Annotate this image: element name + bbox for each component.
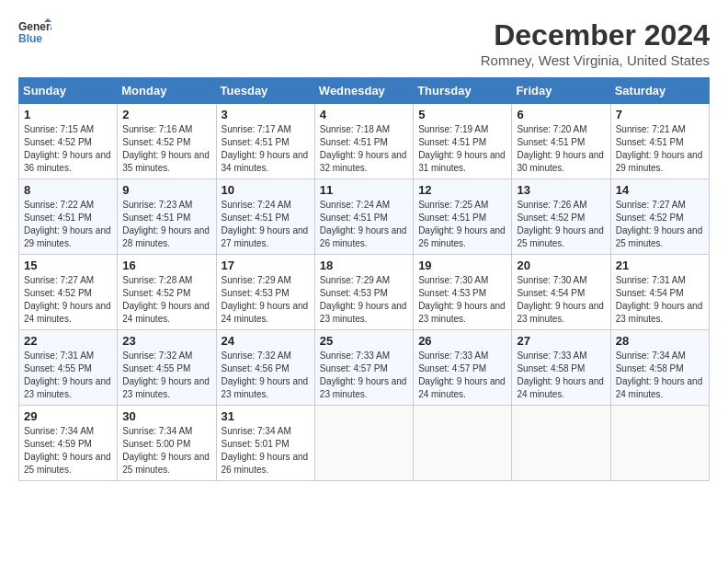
- calendar-day-cell: 26 Sunrise: 7:33 AMSunset: 4:57 PMDaylig…: [414, 330, 512, 406]
- calendar-day-cell: 30 Sunrise: 7:34 AMSunset: 5:00 PMDaylig…: [118, 406, 216, 481]
- day-number: 17: [222, 259, 310, 272]
- day-number: 25: [320, 334, 408, 348]
- day-number: 12: [418, 183, 506, 197]
- day-number: 10: [222, 183, 310, 197]
- day-number: 15: [24, 259, 112, 272]
- weekday-header: Wednesday: [314, 78, 413, 104]
- calendar-day-cell: 13 Sunrise: 7:26 AMSunset: 4:52 PMDaylig…: [512, 179, 610, 255]
- day-number: 29: [24, 409, 112, 423]
- day-info: Sunrise: 7:24 AMSunset: 4:51 PMDaylight:…: [320, 200, 407, 248]
- day-info: Sunrise: 7:16 AMSunset: 4:52 PMDaylight:…: [122, 124, 210, 173]
- calendar-day-cell: 19 Sunrise: 7:30 AMSunset: 4:53 PMDaylig…: [414, 255, 512, 330]
- day-info: Sunrise: 7:15 AMSunset: 4:52 PMDaylight:…: [24, 124, 111, 173]
- day-number: 5: [418, 108, 506, 121]
- calendar-day-cell: [414, 406, 512, 481]
- day-info: Sunrise: 7:34 AMSunset: 4:58 PMDaylight:…: [616, 350, 703, 399]
- calendar-week-row: 22 Sunrise: 7:31 AMSunset: 4:55 PMDaylig…: [19, 330, 710, 406]
- location-title: Romney, West Virginia, United States: [481, 52, 710, 68]
- day-info: Sunrise: 7:32 AMSunset: 4:55 PMDaylight:…: [122, 350, 210, 399]
- calendar-week-row: 1 Sunrise: 7:15 AMSunset: 4:52 PMDayligh…: [19, 104, 710, 179]
- calendar-day-cell: [512, 406, 610, 481]
- day-info: Sunrise: 7:19 AMSunset: 4:51 PMDaylight:…: [418, 124, 506, 173]
- day-info: Sunrise: 7:33 AMSunset: 4:57 PMDaylight:…: [320, 350, 407, 399]
- weekday-header: Monday: [118, 78, 216, 104]
- day-info: Sunrise: 7:28 AMSunset: 4:52 PMDaylight:…: [122, 275, 210, 324]
- day-info: Sunrise: 7:30 AMSunset: 4:54 PMDaylight:…: [517, 275, 604, 324]
- calendar-day-cell: 7 Sunrise: 7:21 AMSunset: 4:51 PMDayligh…: [610, 104, 709, 179]
- svg-text:Blue: Blue: [18, 32, 42, 45]
- month-title: December 2024: [481, 18, 710, 52]
- day-info: Sunrise: 7:18 AMSunset: 4:51 PMDaylight:…: [320, 124, 407, 173]
- generalblue-logo-icon: General Blue: [18, 18, 51, 46]
- day-info: Sunrise: 7:17 AMSunset: 4:51 PMDaylight:…: [222, 124, 309, 173]
- weekday-header: Friday: [512, 78, 610, 104]
- day-number: 23: [122, 334, 210, 348]
- calendar-day-cell: 28 Sunrise: 7:34 AMSunset: 4:58 PMDaylig…: [610, 330, 709, 406]
- day-info: Sunrise: 7:21 AMSunset: 4:51 PMDaylight:…: [616, 124, 703, 173]
- calendar-day-cell: 29 Sunrise: 7:34 AMSunset: 4:59 PMDaylig…: [19, 406, 118, 481]
- day-info: Sunrise: 7:29 AMSunset: 4:53 PMDaylight:…: [320, 275, 407, 324]
- day-number: 14: [616, 183, 704, 197]
- day-info: Sunrise: 7:34 AMSunset: 5:00 PMDaylight:…: [122, 426, 210, 475]
- calendar-day-cell: 11 Sunrise: 7:24 AMSunset: 4:51 PMDaylig…: [314, 179, 413, 255]
- calendar-day-cell: 3 Sunrise: 7:17 AMSunset: 4:51 PMDayligh…: [216, 104, 314, 179]
- calendar-day-cell: 22 Sunrise: 7:31 AMSunset: 4:55 PMDaylig…: [19, 330, 118, 406]
- day-number: 13: [517, 183, 605, 197]
- calendar-day-cell: 6 Sunrise: 7:20 AMSunset: 4:51 PMDayligh…: [512, 104, 610, 179]
- weekday-header: Thursday: [414, 78, 512, 104]
- day-number: 19: [418, 259, 506, 272]
- day-info: Sunrise: 7:25 AMSunset: 4:51 PMDaylight:…: [418, 200, 506, 248]
- calendar-day-cell: 17 Sunrise: 7:29 AMSunset: 4:53 PMDaylig…: [216, 255, 314, 330]
- day-number: 11: [320, 183, 408, 197]
- day-info: Sunrise: 7:31 AMSunset: 4:54 PMDaylight:…: [616, 275, 703, 324]
- day-info: Sunrise: 7:24 AMSunset: 4:51 PMDaylight:…: [222, 200, 309, 248]
- calendar-day-cell: 9 Sunrise: 7:23 AMSunset: 4:51 PMDayligh…: [118, 179, 216, 255]
- calendar-day-cell: 21 Sunrise: 7:31 AMSunset: 4:54 PMDaylig…: [610, 255, 709, 330]
- day-number: 7: [616, 108, 704, 121]
- calendar-day-cell: 10 Sunrise: 7:24 AMSunset: 4:51 PMDaylig…: [216, 179, 314, 255]
- calendar-day-cell: 24 Sunrise: 7:32 AMSunset: 4:56 PMDaylig…: [216, 330, 314, 406]
- page-header: General Blue December 2024 Romney, West …: [18, 18, 710, 68]
- day-info: Sunrise: 7:32 AMSunset: 4:56 PMDaylight:…: [222, 350, 309, 399]
- calendar-day-cell: 8 Sunrise: 7:22 AMSunset: 4:51 PMDayligh…: [19, 179, 118, 255]
- calendar-day-cell: 27 Sunrise: 7:33 AMSunset: 4:58 PMDaylig…: [512, 330, 610, 406]
- calendar-day-cell: 5 Sunrise: 7:19 AMSunset: 4:51 PMDayligh…: [414, 104, 512, 179]
- calendar-day-cell: [610, 406, 709, 481]
- day-info: Sunrise: 7:26 AMSunset: 4:52 PMDaylight:…: [517, 200, 604, 248]
- calendar-table: SundayMondayTuesdayWednesdayThursdayFrid…: [18, 77, 710, 481]
- day-number: 27: [517, 334, 605, 348]
- calendar-day-cell: 16 Sunrise: 7:28 AMSunset: 4:52 PMDaylig…: [118, 255, 216, 330]
- day-info: Sunrise: 7:27 AMSunset: 4:52 PMDaylight:…: [616, 200, 703, 248]
- day-number: 30: [122, 409, 210, 423]
- day-info: Sunrise: 7:22 AMSunset: 4:51 PMDaylight:…: [24, 200, 111, 248]
- day-number: 22: [24, 334, 112, 348]
- day-info: Sunrise: 7:27 AMSunset: 4:52 PMDaylight:…: [24, 275, 111, 324]
- weekday-header: Sunday: [19, 78, 118, 104]
- day-info: Sunrise: 7:30 AMSunset: 4:53 PMDaylight:…: [418, 275, 506, 324]
- calendar-day-cell: 23 Sunrise: 7:32 AMSunset: 4:55 PMDaylig…: [118, 330, 216, 406]
- calendar-day-cell: 15 Sunrise: 7:27 AMSunset: 4:52 PMDaylig…: [19, 255, 118, 330]
- day-info: Sunrise: 7:33 AMSunset: 4:57 PMDaylight:…: [418, 350, 506, 399]
- title-block: December 2024 Romney, West Virginia, Uni…: [481, 18, 710, 68]
- day-info: Sunrise: 7:34 AMSunset: 5:01 PMDaylight:…: [222, 426, 309, 475]
- day-number: 9: [122, 183, 210, 197]
- calendar-day-cell: 31 Sunrise: 7:34 AMSunset: 5:01 PMDaylig…: [216, 406, 314, 481]
- weekday-header: Tuesday: [216, 78, 314, 104]
- day-number: 4: [320, 108, 408, 121]
- weekday-header: Saturday: [610, 78, 709, 104]
- day-number: 16: [122, 259, 210, 272]
- day-info: Sunrise: 7:34 AMSunset: 4:59 PMDaylight:…: [24, 426, 111, 475]
- calendar-day-cell: 18 Sunrise: 7:29 AMSunset: 4:53 PMDaylig…: [314, 255, 413, 330]
- day-number: 2: [122, 108, 210, 121]
- day-number: 18: [320, 259, 408, 272]
- svg-text:General: General: [18, 20, 51, 33]
- day-number: 20: [517, 259, 605, 272]
- calendar-day-cell: 1 Sunrise: 7:15 AMSunset: 4:52 PMDayligh…: [19, 104, 118, 179]
- calendar-day-cell: 12 Sunrise: 7:25 AMSunset: 4:51 PMDaylig…: [414, 179, 512, 255]
- day-number: 26: [418, 334, 506, 348]
- calendar-day-cell: [314, 406, 413, 481]
- day-info: Sunrise: 7:29 AMSunset: 4:53 PMDaylight:…: [222, 275, 309, 324]
- day-number: 3: [222, 108, 310, 121]
- calendar-day-cell: 4 Sunrise: 7:18 AMSunset: 4:51 PMDayligh…: [314, 104, 413, 179]
- logo: General Blue: [18, 18, 51, 46]
